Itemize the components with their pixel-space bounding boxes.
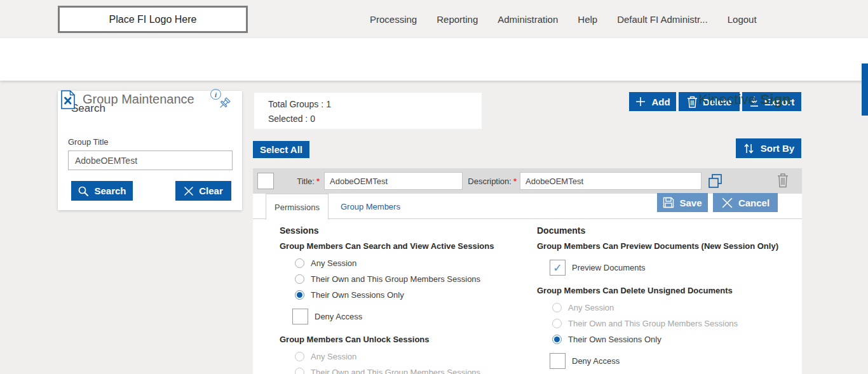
option-label: Their Own Sessions Only [568, 335, 661, 344]
required-marker: * [513, 177, 517, 186]
save-button[interactable]: Save [657, 193, 708, 212]
permission-group-title: Group Members Can Delete Unsigned Docume… [537, 286, 802, 295]
radio-option[interactable]: Their Own Sessions Only [552, 335, 802, 344]
search-icon [78, 185, 89, 197]
checkbox-option[interactable]: Deny Access [550, 353, 802, 369]
sort-by-button[interactable]: Sort By [736, 138, 801, 158]
checkbox-option[interactable]: Deny Access [292, 309, 537, 324]
scrollbar-thumb[interactable] [862, 63, 868, 116]
fi-logo-placeholder: Place FI Logo Here [58, 6, 248, 33]
option-label: Any Session [311, 258, 356, 268]
nav-current-user[interactable]: Default FI Administr... [617, 14, 708, 25]
checkbox-option[interactable]: ✓Preview Documents [550, 260, 802, 276]
description-field-label: Description:* [466, 177, 517, 186]
tab-permissions[interactable]: Permissions [266, 194, 329, 220]
clear-x-icon [184, 186, 194, 196]
clear-button[interactable]: Clear [175, 181, 231, 201]
permissions-column: SessionsGroup Members Can Search and Vie… [280, 225, 537, 374]
group-row-checkbox[interactable] [257, 173, 274, 189]
brand-logo: Kinective Sign [698, 91, 791, 108]
search-panel: Search Group Title Search Clear [58, 91, 242, 210]
pin-icon[interactable] [217, 97, 231, 115]
page-header: Group Maintenance i Kinective Sign [0, 38, 868, 81]
add-button-label: Add [651, 97, 670, 107]
radio-option[interactable]: Any Session [552, 303, 802, 312]
sort-arrows-icon [743, 142, 756, 155]
top-nav: Processing Reporting Administration Help… [370, 0, 757, 38]
select-all-label: Select All [260, 144, 302, 155]
nav-logout[interactable]: Logout [728, 14, 757, 25]
row-trash-icon[interactable] [776, 173, 789, 190]
section-heading: Sessions [280, 225, 537, 236]
plus-icon [635, 96, 646, 107]
select-all-button[interactable]: Select All [253, 141, 309, 158]
radio-unchecked-icon[interactable] [295, 352, 304, 361]
save-button-label: Save [679, 197, 702, 208]
section-heading: Documents [537, 225, 802, 236]
search-button[interactable]: Search [71, 181, 133, 201]
group-row: Title:* Description:* [253, 168, 802, 194]
option-label: Deny Access [572, 356, 620, 366]
cancel-button[interactable]: Cancel [713, 193, 778, 212]
required-marker: * [316, 177, 320, 186]
top-bar: Place FI Logo Here Processing Reporting … [0, 0, 868, 38]
nav-help[interactable]: Help [578, 14, 597, 25]
radio-option[interactable]: Their Own Sessions Only [295, 290, 537, 300]
add-button[interactable]: Add [629, 92, 676, 111]
radio-unchecked-icon[interactable] [295, 258, 304, 268]
option-label: Deny Access [315, 312, 362, 321]
radio-unchecked-icon[interactable] [552, 303, 562, 312]
tab-group-members[interactable]: Group Members [329, 194, 412, 219]
permission-group-title: Group Members Can Preview Documents (New… [537, 241, 802, 251]
radio-option[interactable]: Any Session [295, 258, 537, 268]
option-label: Any Session [568, 303, 614, 312]
option-label: Any Session [311, 352, 356, 361]
cancel-button-label: Cancel [738, 197, 770, 208]
floppy-save-icon [663, 197, 674, 208]
radio-unchecked-icon[interactable] [552, 319, 562, 328]
option-label: Their Own and This Group Members Session… [568, 319, 738, 328]
radio-option[interactable]: Their Own and This Group Members Session… [552, 319, 802, 328]
checkbox-unchecked-icon[interactable] [550, 353, 566, 369]
selected-line: Selected :0 [268, 114, 482, 124]
radio-checked-icon[interactable] [552, 335, 562, 344]
option-label: Their Own and This Group Members Session… [311, 274, 480, 284]
radio-checked-icon[interactable] [295, 290, 304, 300]
page-title: Group Maintenance [83, 92, 194, 107]
radio-unchecked-icon[interactable] [295, 368, 304, 374]
radio-option[interactable]: Any Session [295, 352, 537, 361]
radio-option[interactable]: Their Own and This Group Members Session… [295, 274, 537, 284]
permissions-content: SessionsGroup Members Can Search and Vie… [253, 220, 802, 374]
group-title-label: Group Title [68, 137, 109, 147]
selected-value: 0 [310, 114, 315, 124]
checkbox-checked-icon[interactable]: ✓ [550, 260, 566, 276]
trash-icon [687, 96, 698, 108]
permission-group-title: Group Members Can Unlock Sessions [280, 335, 537, 344]
option-label: Preview Documents [572, 263, 646, 272]
description-input[interactable] [520, 172, 702, 190]
sort-by-label: Sort By [761, 143, 794, 154]
radio-option[interactable]: Their Own and This Group Members Session… [295, 368, 537, 374]
permission-group-title: Group Members Can Search and View Active… [280, 241, 537, 251]
radio-unchecked-icon[interactable] [295, 274, 304, 284]
search-button-label: Search [94, 185, 126, 196]
nav-administration[interactable]: Administration [498, 14, 558, 25]
checkbox-unchecked-icon[interactable] [292, 309, 308, 324]
group-detail-panel: Title:* Description:* Permissions Group … [253, 168, 802, 374]
title-field-label: Title:* [278, 177, 320, 186]
cancel-x-icon [721, 197, 733, 209]
document-x-icon [60, 90, 76, 112]
clear-button-label: Clear [199, 185, 223, 196]
nav-processing[interactable]: Processing [370, 14, 417, 25]
option-label: Their Own Sessions Only [311, 290, 404, 300]
permissions-column: DocumentsGroup Members Can Preview Docum… [537, 225, 802, 374]
title-input[interactable] [324, 172, 463, 190]
option-label: Their Own and This Group Members Session… [311, 368, 480, 374]
info-icon[interactable]: i [210, 89, 221, 100]
nav-reporting[interactable]: Reporting [437, 14, 478, 25]
total-groups-line: Total Groups :1 [268, 99, 482, 109]
group-title-input[interactable] [68, 150, 233, 170]
copy-icon[interactable] [707, 173, 724, 192]
summary-box: Total Groups :1 Selected :0 [254, 93, 482, 129]
total-groups-value: 1 [326, 99, 331, 109]
